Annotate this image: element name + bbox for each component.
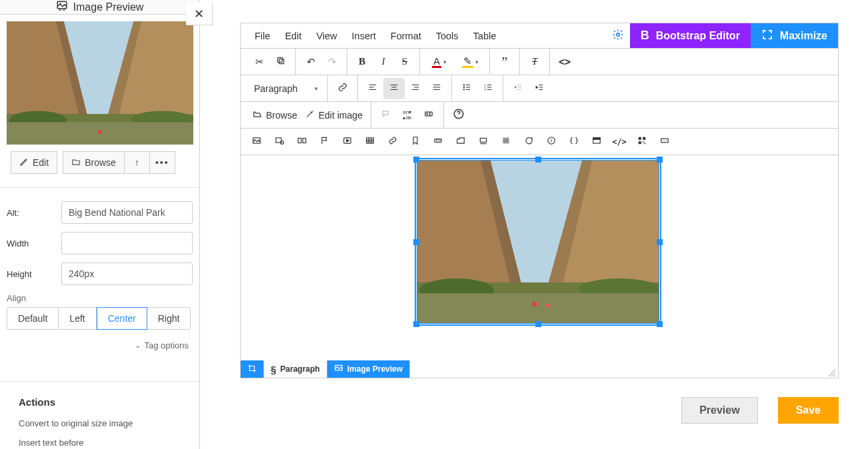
insert-list-button[interactable] [497,131,515,153]
text-color-icon: A [432,56,441,68]
menu-table[interactable]: Table [466,31,504,41]
toolbar-insert: BTN 2 </> [241,129,838,155]
paragraph-select[interactable]: Paragraph ▾ [249,78,323,99]
path-image-preview[interactable]: Image Preview [327,360,410,378]
selected-image[interactable] [417,161,659,323]
align-justify-button[interactable] [426,78,447,99]
align-right[interactable]: Right [147,307,191,330]
circled-2-icon: 2 [547,136,556,147]
highlight-button[interactable]: ✎▾ [455,51,485,73]
align-left-button[interactable] [362,78,383,99]
close-panel-button[interactable]: ✕ [186,3,213,25]
align-right-button[interactable] [405,78,426,99]
text-color-button[interactable]: A▾ [424,51,455,73]
blockquote-button[interactable]: ” [494,51,515,73]
svg-point-47 [666,140,667,141]
save-button[interactable]: Save [778,397,839,424]
bootstrap-editor-button[interactable]: B Bootstrap Editor [630,23,751,48]
cut-button[interactable]: ✂ [249,51,270,73]
align-default[interactable]: Default [7,307,59,330]
redo-button[interactable]: ↷ [321,51,343,73]
resize-handle-sw[interactable] [413,321,419,327]
settings-button[interactable] [606,23,630,48]
menu-tools[interactable]: Tools [429,31,466,41]
source-code-button[interactable]: <> [554,51,575,73]
clear-format-button[interactable]: T [524,51,545,73]
insert-button-button[interactable]: BTN [429,131,447,153]
preview-button[interactable]: Preview [681,397,757,424]
insert-numbered-button[interactable]: 2 [542,131,561,153]
menu-view[interactable]: View [309,31,344,41]
insert-tabs-button[interactable] [451,131,470,153]
more-button[interactable]: ••• [150,151,175,174]
resize-handle-se[interactable] [657,321,663,327]
resize-corner-icon[interactable] [829,370,835,376]
image-thumbnail [7,21,193,145]
speech-button[interactable] [375,105,397,126]
insert-image-link-button[interactable] [270,131,289,153]
browse-toolbar-button[interactable]: Browse [249,105,301,126]
action-convert-original[interactable]: Convert to original size image [19,418,183,428]
outdent-button[interactable] [507,78,529,99]
menu-insert[interactable]: Insert [345,31,383,41]
insert-html-button[interactable]: </> [610,131,629,153]
lang-button[interactable]: en▾▴de [397,105,418,126]
indent-button[interactable] [529,78,550,99]
abbr-button[interactable] [418,105,439,126]
width-input[interactable] [61,232,193,254]
strike-button[interactable]: S [394,51,415,73]
resize-handle-w[interactable] [413,239,419,245]
link-button[interactable] [332,78,353,99]
browse-button[interactable]: Browse [63,151,125,174]
insert-bookmark-button[interactable] [406,131,425,153]
svg-point-18 [463,89,464,90]
align-left[interactable]: Left [59,307,96,330]
help-button[interactable] [448,105,469,126]
action-insert-before[interactable]: Insert text before [19,438,183,448]
menu-format[interactable]: Format [383,31,429,41]
copy-button[interactable] [270,51,291,73]
highlight-icon: ✎ [462,56,473,68]
resize-handle-n[interactable] [535,157,541,163]
edit-image-toolbar-button[interactable]: Edit image [301,105,367,126]
editor-canvas[interactable]: § Paragraph Image Preview [241,155,838,378]
height-input[interactable] [61,262,193,285]
insert-flag-button[interactable] [315,131,334,153]
align-center-icon [389,83,399,94]
svg-point-46 [664,140,665,141]
resize-handle-s[interactable] [535,321,541,327]
insert-image-button[interactable] [247,131,266,153]
insert-video-button[interactable] [338,131,357,153]
maximize-button[interactable]: Maximize [751,23,838,48]
path-body[interactable] [241,360,264,378]
toolbar-image: Browse Edit image en▾▴de [241,102,838,129]
italic-button[interactable]: I [373,51,394,73]
insert-table-button[interactable] [361,131,379,153]
tag-options-toggle[interactable]: ⌄ Tag options [7,340,193,350]
resize-handle-ne[interactable] [657,157,663,163]
bold-button[interactable]: B [351,51,373,73]
resize-handle-e[interactable] [657,239,663,245]
insert-slideshow-button[interactable] [474,131,493,153]
insert-more-button[interactable] [655,131,674,153]
undo-button[interactable]: ↶ [300,51,321,73]
path-paragraph[interactable]: § Paragraph [264,360,327,378]
insert-link-button[interactable] [383,131,402,153]
insert-container-button[interactable] [587,131,606,153]
insert-snippet-button[interactable] [565,131,583,153]
alt-input[interactable] [61,201,193,224]
resize-handle-nw[interactable] [413,157,419,163]
menu-edit[interactable]: Edit [277,31,309,41]
upload-button[interactable]: ↑ [125,151,150,174]
edit-button[interactable]: Edit [11,151,57,174]
bullet-list-button[interactable] [456,78,477,99]
insert-gallery-button[interactable] [293,131,311,153]
ellipsis-icon: ••• [155,157,169,168]
number-list-button[interactable]: 123 [477,78,499,99]
insert-comment-button[interactable] [519,131,538,153]
align-center-button[interactable] [383,78,405,99]
menu-file[interactable]: File [247,31,277,41]
align-left-icon [368,83,377,94]
align-center[interactable]: Center [97,307,147,330]
insert-qr-button[interactable] [633,131,651,153]
